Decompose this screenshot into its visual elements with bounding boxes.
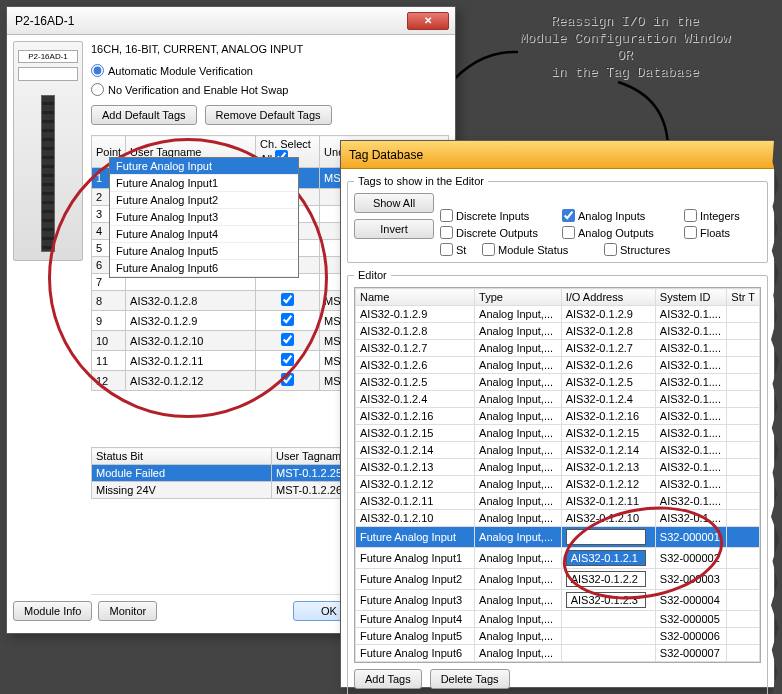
- table-row[interactable]: AIS32-0.1.2.4Analog Input,...AIS32-0.1.2…: [356, 391, 760, 408]
- module-info-button[interactable]: Module Info: [13, 601, 92, 621]
- dropdown-item[interactable]: Future Analog Input1: [110, 175, 298, 192]
- chk-floats[interactable]: Floats: [684, 226, 744, 239]
- dropdown-item[interactable]: Future Analog Input2: [110, 192, 298, 209]
- table-row[interactable]: AIS32-0.1.2.6Analog Input,...AIS32-0.1.2…: [356, 357, 760, 374]
- io-address-dropdown[interactable]: [566, 529, 646, 545]
- remove-default-tags-button[interactable]: Remove Default Tags: [205, 105, 332, 125]
- col-type[interactable]: Type: [475, 289, 562, 306]
- close-icon[interactable]: ✕: [407, 12, 449, 30]
- window-title: Tag Database: [349, 148, 768, 162]
- dropdown-item[interactable]: Future Analog Input3: [110, 209, 298, 226]
- col-system-id[interactable]: System ID: [655, 289, 727, 306]
- annotation-text: Reassign I/O in the Module Configuration…: [500, 14, 750, 82]
- table-row[interactable]: Future Analog Input4Analog Input,...S32-…: [356, 611, 760, 628]
- table-row[interactable]: AIS32-0.1.2.14Analog Input,...AIS32-0.1.…: [356, 442, 760, 459]
- io-address-dropdown-item[interactable]: AIS32-0.1.2.1: [566, 550, 646, 566]
- table-row[interactable]: AIS32-0.1.2.16Analog Input,...AIS32-0.1.…: [356, 408, 760, 425]
- ch-select-checkbox[interactable]: [281, 353, 294, 366]
- titlebar[interactable]: Tag Database: [341, 141, 774, 169]
- chk-discrete-inputs[interactable]: Discrete Inputs: [440, 209, 550, 222]
- table-row[interactable]: AIS32-0.1.2.5Analog Input,...AIS32-0.1.2…: [356, 374, 760, 391]
- module-image-label: P2-16AD-1: [18, 50, 78, 63]
- monitor-button[interactable]: Monitor: [98, 601, 157, 621]
- table-row[interactable]: AIS32-0.1.2.12Analog Input,...AIS32-0.1.…: [356, 476, 760, 493]
- table-row[interactable]: AIS32-0.1.2.7Analog Input,...AIS32-0.1.2…: [356, 340, 760, 357]
- table-row[interactable]: Future Analog Input1Analog Input,...AIS3…: [356, 548, 760, 569]
- tag-database-window: Tag Database Tags to show in the Editor …: [340, 140, 775, 688]
- delete-tags-button[interactable]: Delete Tags: [430, 669, 510, 689]
- table-row[interactable]: Future Analog Input3Analog Input,...AIS3…: [356, 590, 760, 611]
- col-status-bit[interactable]: Status Bit: [92, 448, 272, 465]
- radio-auto-verify[interactable]: Automatic Module Verification: [91, 63, 449, 78]
- table-row[interactable]: Future Analog Input2Analog Input,...AIS3…: [356, 569, 760, 590]
- titlebar[interactable]: P2-16AD-1 ✕: [7, 7, 455, 35]
- chk-analog-inputs[interactable]: Analog Inputs: [562, 209, 672, 222]
- chk-module-status[interactable]: Module Status: [482, 243, 592, 256]
- editor-legend: Editor: [354, 269, 391, 281]
- col-str[interactable]: Str T: [727, 289, 760, 306]
- table-row[interactable]: AIS32-0.1.2.11Analog Input,...AIS32-0.1.…: [356, 493, 760, 510]
- ch-select-checkbox[interactable]: [281, 373, 294, 386]
- chk-discrete-outputs[interactable]: Discrete Outputs: [440, 226, 550, 239]
- window-title: P2-16AD-1: [15, 14, 407, 28]
- ch-select-checkbox[interactable]: [281, 333, 294, 346]
- add-tags-button[interactable]: Add Tags: [354, 669, 422, 689]
- ch-select-checkbox[interactable]: [281, 313, 294, 326]
- dropdown-item[interactable]: Future Analog Input: [110, 158, 298, 175]
- module-image: P2-16AD-1: [13, 41, 83, 261]
- tagname-dropdown[interactable]: Future Analog InputFuture Analog Input1F…: [109, 157, 299, 278]
- dropdown-item[interactable]: Future Analog Input6: [110, 260, 298, 277]
- radio-no-verify[interactable]: No Verification and Enable Hot Swap: [91, 82, 449, 97]
- io-address-dropdown-item[interactable]: AIS32-0.1.2.3: [566, 592, 646, 608]
- table-row[interactable]: AIS32-0.1.2.13Analog Input,...AIS32-0.1.…: [356, 459, 760, 476]
- editor-fieldset: Editor Name Type I/O Address System ID S…: [347, 269, 768, 694]
- table-row[interactable]: Future Analog Input6Analog Input,...S32-…: [356, 645, 760, 662]
- table-row[interactable]: Future Analog InputAnalog Input,... S32-…: [356, 527, 760, 548]
- show-all-button[interactable]: Show All: [354, 193, 434, 213]
- chk-analog-outputs[interactable]: Analog Outputs: [562, 226, 672, 239]
- table-row[interactable]: AIS32-0.1.2.10Analog Input,...AIS32-0.1.…: [356, 510, 760, 527]
- ch-select-checkbox[interactable]: [281, 293, 294, 306]
- filter-legend: Tags to show in the Editor: [354, 175, 488, 187]
- col-name[interactable]: Name: [356, 289, 475, 306]
- filter-fieldset: Tags to show in the Editor Show All Inve…: [347, 175, 768, 263]
- add-default-tags-button[interactable]: Add Default Tags: [91, 105, 197, 125]
- dropdown-item[interactable]: Future Analog Input5: [110, 243, 298, 260]
- module-description: 16CH, 16-BIT, CURRENT, ANALOG INPUT: [91, 43, 449, 55]
- table-row[interactable]: Future Analog Input5Analog Input,...S32-…: [356, 628, 760, 645]
- invert-button[interactable]: Invert: [354, 219, 434, 239]
- chk-integers[interactable]: Integers: [684, 209, 754, 222]
- table-row[interactable]: AIS32-0.1.2.9Analog Input,...AIS32-0.1.2…: [356, 306, 760, 323]
- chk-structures[interactable]: Structures: [604, 243, 714, 256]
- editor-table[interactable]: Name Type I/O Address System ID Str T AI…: [355, 288, 760, 662]
- col-io-address[interactable]: I/O Address: [561, 289, 655, 306]
- io-address-dropdown-item[interactable]: AIS32-0.1.2.2: [566, 571, 646, 587]
- dropdown-item[interactable]: Future Analog Input4: [110, 226, 298, 243]
- chk-st[interactable]: St: [440, 243, 470, 256]
- table-row[interactable]: AIS32-0.1.2.15Analog Input,...AIS32-0.1.…: [356, 425, 760, 442]
- table-row[interactable]: AIS32-0.1.2.8Analog Input,...AIS32-0.1.2…: [356, 323, 760, 340]
